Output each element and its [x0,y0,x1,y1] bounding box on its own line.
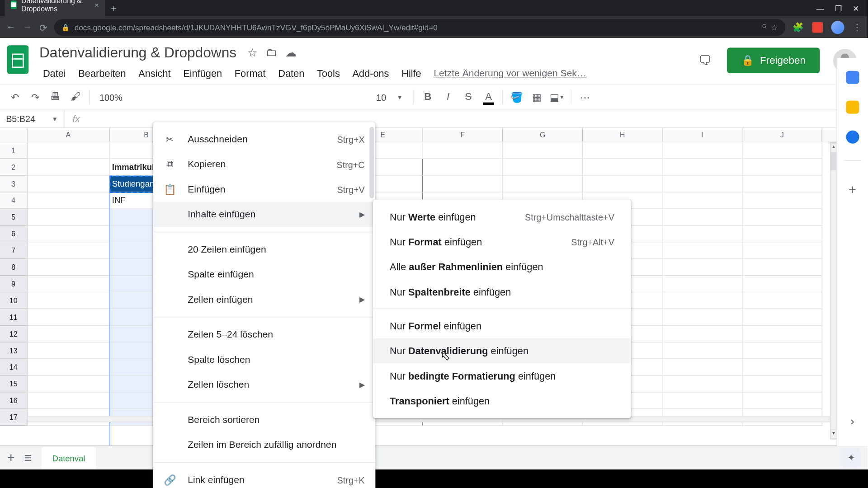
menu-item[interactable]: 20 Zeilen einfügen [153,237,376,262]
row-header-12[interactable]: 12 [0,326,28,343]
merge-button[interactable]: ⬓ ▼ [548,88,566,106]
calendar-sideapp-icon[interactable] [846,71,859,84]
cell-J3[interactable] [742,176,822,192]
cell-A14[interactable] [28,359,110,376]
menu-item[interactable]: ✂AusschneidenStrg+X [153,127,376,152]
menu-einfuegen[interactable]: Einfügen [177,66,228,82]
row-header-17[interactable]: 17 [0,409,28,426]
menu-hilfe[interactable]: Hilfe [396,66,427,82]
cell-J2[interactable] [742,159,822,176]
profile-avatar-icon[interactable] [831,21,844,34]
strike-button[interactable]: S [459,88,477,106]
cell-J11[interactable] [742,309,822,326]
row-header-14[interactable]: 14 [0,359,28,376]
hide-sidepanel-button[interactable]: › [850,414,854,428]
add-sideapp-button[interactable]: + [849,182,856,197]
cell-I16[interactable] [663,393,743,409]
submenu-item[interactable]: Nur Werte einfügenStrg+Umschalttaste+V [373,204,631,229]
forward-button[interactable]: → [23,22,32,33]
cell-A12[interactable] [28,326,110,343]
cell-I14[interactable] [663,359,743,376]
zoom-select[interactable]: 100% [95,92,127,102]
cell-H3[interactable] [583,176,663,192]
sheet-tab-active[interactable]: Datenval [42,447,96,468]
cell-A8[interactable] [28,259,110,276]
cell-A11[interactable] [28,309,110,326]
cell-I15[interactable] [663,376,743,393]
submenu-item[interactable]: Alle außer Rahmenlinien einfügen [373,254,631,279]
menu-bearbeiten[interactable]: Bearbeiten [72,66,132,82]
cell-J10[interactable] [742,292,822,309]
new-tab-button[interactable]: + [105,1,123,17]
add-sheet-button[interactable]: + [7,450,15,465]
cell-J13[interactable] [742,343,822,359]
undo-button[interactable]: ↶ [6,88,24,106]
cell-I13[interactable] [663,343,743,359]
cell-A9[interactable] [28,276,110,292]
cell-F2[interactable] [423,159,503,176]
cell-J16[interactable] [742,393,822,409]
row-header-13[interactable]: 13 [0,343,28,359]
menu-item[interactable]: Spalte löschen [153,347,376,372]
submenu-item[interactable]: Nur Format einfügenStrg+Alt+V [373,229,631,254]
cell-J14[interactable] [742,359,822,376]
menu-item[interactable]: 🔗Link einfügenStrg+K [153,468,376,488]
cell-J4[interactable] [742,192,822,209]
menu-item[interactable]: 📋EinfügenStrg+V [153,177,376,202]
cell-I12[interactable] [663,326,743,343]
gtranslate-icon[interactable]: ᴳ [762,23,766,32]
cell-A2[interactable] [28,159,110,176]
row-header-9[interactable]: 9 [0,276,28,292]
row-header-1[interactable]: 1 [0,142,28,159]
cell-J5[interactable] [742,209,822,226]
document-title[interactable]: Datenvalidierung & Dropdowns [37,43,239,62]
cell-A16[interactable] [28,393,110,409]
cell-I8[interactable] [663,259,743,276]
star-icon[interactable]: ☆ [771,23,778,32]
font-size-select[interactable]: 10 ▼ [370,92,409,102]
text-color-button[interactable]: A [480,88,498,106]
col-header-J[interactable]: J [742,128,822,141]
menu-addons[interactable]: Add-ons [346,66,395,82]
paint-format-button[interactable]: 🖌 [67,88,85,106]
menu-daten[interactable]: Daten [272,66,310,82]
menu-item[interactable]: Zellen löschen▶ [153,372,376,397]
maximize-icon[interactable]: ❐ [835,4,842,13]
row-header-16[interactable]: 16 [0,393,28,409]
submenu-item[interactable]: Nur Spaltenbreite einfügen [373,279,631,304]
menu-datei[interactable]: Datei [37,66,72,82]
redo-button[interactable]: ↷ [26,88,44,106]
borders-button[interactable]: ▦ [528,88,546,106]
row-header-2[interactable]: 2 [0,159,28,176]
explore-button[interactable] [841,448,860,467]
cell-J9[interactable] [742,276,822,292]
menu-item[interactable]: ⧉KopierenStrg+C [153,152,376,177]
sheets-logo[interactable] [5,43,31,76]
extensions-icon[interactable]: 🧩 [793,22,804,33]
cell-A5[interactable] [28,209,110,226]
keep-sideapp-icon[interactable] [846,101,859,114]
cell-G3[interactable] [503,176,583,192]
menu-item[interactable]: Zeilen im Bereich zufällig anordnen [153,432,376,457]
ext-icon-1[interactable] [812,22,823,33]
row-header-10[interactable]: 10 [0,292,28,309]
cell-J6[interactable] [742,226,822,243]
all-sheets-button[interactable]: ≡ [24,450,32,465]
cell-I10[interactable] [663,292,743,309]
col-header-I[interactable]: I [663,128,743,141]
minimize-icon[interactable]: — [816,4,824,13]
col-header-A[interactable]: A [28,128,110,141]
col-header-G[interactable]: G [503,128,583,141]
menu-item[interactable]: Inhalte einfügen▶ [153,202,376,227]
cell-A7[interactable] [28,242,110,259]
row-header-8[interactable]: 8 [0,259,28,276]
menu-format[interactable]: Format [229,66,272,82]
submenu-item[interactable]: Nur bedingte Formatierung einfügen [373,363,631,388]
menu-item[interactable]: Bereich sortieren [153,408,376,432]
menu-item[interactable]: Spalte einfügen [153,262,376,287]
share-button[interactable]: 🔒 Freigeben [727,47,820,73]
submenu-item[interactable]: Transponiert einfügen [373,388,631,413]
cell-A6[interactable] [28,226,110,243]
bold-button[interactable]: B [419,88,437,106]
last-edit-link[interactable]: Letzte Änderung vor wenigen Sek… [428,66,592,82]
